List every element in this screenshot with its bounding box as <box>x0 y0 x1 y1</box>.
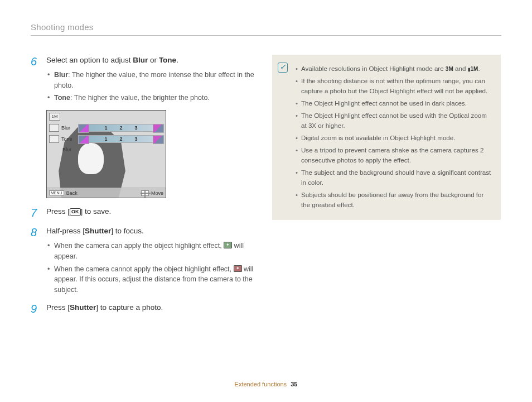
silhouette-face <box>78 143 104 174</box>
slider-tick: 1 <box>104 136 107 142</box>
left-column: 6 Select an option to adjust Blur or Ton… <box>31 55 257 322</box>
step-7: 7 Press [OK] to save. <box>31 206 257 221</box>
text: When the camera can apply the object hig… <box>54 242 224 250</box>
resolution-3m-icon: 3M <box>446 65 453 74</box>
slider-tick: 3 <box>135 125 138 131</box>
step-6: 6 Select an option to adjust Blur or Ton… <box>31 55 257 106</box>
back-label: Back <box>66 190 78 196</box>
text: and <box>453 65 468 72</box>
row-label: Blur <box>61 125 78 131</box>
shutter-word: Shutter <box>70 303 96 312</box>
text: or <box>148 56 159 64</box>
camera-screen-illustration: 1M Blur 1 2 3 Tone 1 2 3 <box>46 110 166 198</box>
highlight-fail-icon <box>234 265 242 272</box>
text: : The higher the value, the more intense… <box>54 71 254 89</box>
text: When the camera cannot apply the object … <box>54 265 234 273</box>
note-item: Available resolutions in Object Highligh… <box>296 64 493 74</box>
blur-slider-row: Blur 1 2 3 <box>49 123 164 133</box>
text: Select an option to adjust <box>46 56 133 64</box>
text: . <box>478 65 480 72</box>
text: . <box>176 56 178 64</box>
section-header: Shooting modes <box>31 22 501 32</box>
resolution-1m-icon: 1M <box>468 65 478 74</box>
step-7-text: Press [OK] to save. <box>46 206 257 218</box>
step-9-text: Press [Shutter] to capture a photo. <box>46 302 257 314</box>
note-item: Use a tripod to prevent camera shake as … <box>296 145 493 165</box>
row-icon <box>49 135 59 143</box>
text: Half-press [ <box>46 227 85 235</box>
step-6-bullet-tone: Tone: The higher the value, the brighter… <box>47 93 257 103</box>
text: ] to capture a photo. <box>96 303 163 312</box>
row-label: Tone <box>61 136 78 142</box>
step-number: 9 <box>31 302 46 317</box>
note-item: The Object Highlight effect cannot be us… <box>296 98 493 108</box>
note-item: Digital zoom is not available in Object … <box>296 133 493 143</box>
ok-icon: OK <box>70 208 81 216</box>
text: ] to save. <box>81 207 112 216</box>
label: Blur <box>54 71 68 79</box>
note-item: The subject and the background should ha… <box>296 168 493 188</box>
dpad-icon <box>141 190 149 196</box>
step-6-bullet-blur: Blur: The higher the value, the more int… <box>47 70 257 91</box>
note-icon: ✓ <box>278 63 288 73</box>
text: Available resolutions in Object Highligh… <box>301 65 446 72</box>
label: Tone <box>54 94 70 102</box>
blur-word: Blur <box>133 56 148 64</box>
divider <box>31 35 501 36</box>
note-box: ✓ Available resolutions in Object Highli… <box>272 55 501 220</box>
tone-word: Tone <box>159 56 176 64</box>
slider: 1 2 3 <box>78 124 164 132</box>
row-icon <box>49 124 59 132</box>
mode-indicator: 1M <box>49 113 60 121</box>
slider-tick: 2 <box>119 136 122 142</box>
note-item: The Object Highlight effect cannot be us… <box>296 111 493 131</box>
step-8: 8 Half-press [Shutter] to focus. When th… <box>31 226 257 298</box>
step-number: 6 <box>31 55 46 106</box>
note-item: If the shooting distance is not within t… <box>296 76 493 96</box>
text: : The higher the value, the brighter the… <box>70 94 210 102</box>
camera-bottom-bar: MENU Back Move <box>47 188 166 198</box>
move-label: Move <box>151 190 163 196</box>
slider-tick: 2 <box>119 125 122 131</box>
step-6-title: Select an option to adjust Blur or Tone. <box>46 55 257 66</box>
step-9: 9 Press [Shutter] to capture a photo. <box>31 302 257 317</box>
tone-slider-row: Tone 1 2 3 <box>49 134 164 144</box>
text: ] to focus. <box>111 227 144 235</box>
page-footer: Extended functions 35 <box>0 381 532 387</box>
sub-label: Blur <box>49 145 76 154</box>
slider: 1 2 3 <box>78 135 164 143</box>
step-8-bullet-2: When the camera cannot apply the object … <box>47 264 257 295</box>
step-number: 8 <box>31 226 46 298</box>
text: Press [ <box>46 303 70 312</box>
step-8-bullet-1: When the camera can apply the object hig… <box>47 241 257 262</box>
shutter-word: Shutter <box>85 227 111 235</box>
slider-tick: 3 <box>135 136 138 142</box>
step-8-title: Half-press [Shutter] to focus. <box>46 226 257 237</box>
chapter-name: Extended functions <box>235 381 287 387</box>
slider-tick: 1 <box>104 125 107 131</box>
highlight-ok-icon <box>224 242 232 248</box>
right-column: ✓ Available resolutions in Object Highli… <box>272 55 501 322</box>
text: Press [ <box>46 207 70 216</box>
note-item: Subjects should be positioned far away f… <box>296 190 493 210</box>
page-number: 35 <box>291 381 297 387</box>
menu-chip: MENU <box>49 190 64 195</box>
step-number: 7 <box>31 206 46 221</box>
